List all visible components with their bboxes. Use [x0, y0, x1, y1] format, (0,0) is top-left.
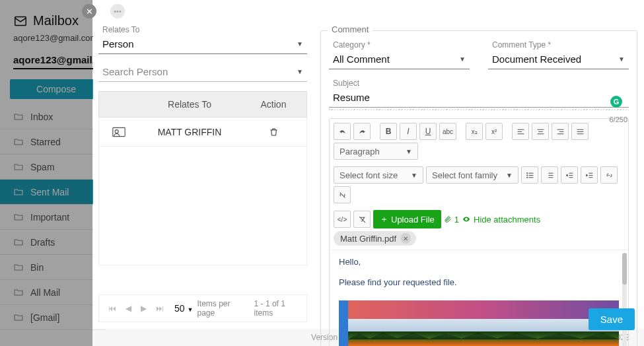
align-center-button[interactable] [532, 123, 549, 140]
grammarly-icon[interactable]: G [610, 96, 622, 108]
comment-pane: Comment Category * All Comment ▼ Comment… [314, 0, 644, 329]
body-line-2: Please find your requested file. [339, 277, 619, 287]
pager-items-label: Items per page [197, 299, 244, 318]
comment-type-label: Comment Type * [492, 40, 629, 50]
sidebar-item-bin[interactable]: Bin [0, 255, 106, 280]
comment-modal: Relates To Person ▼ Search Person ▼ Rela… [93, 0, 644, 329]
folder-icon [13, 162, 24, 172]
table-empty-area [98, 147, 307, 265]
embedded-image[interactable] [339, 300, 619, 346]
pager-range: 1 - 1 of 1 items [254, 299, 300, 318]
editor-toolbar: B I U abc x₂ x² Paragraph▼ Sel [330, 119, 628, 247]
subject-input[interactable]: Resume [329, 89, 629, 108]
image-selection-handle[interactable] [339, 300, 348, 346]
bold-button[interactable]: B [380, 123, 397, 140]
category-label: Category * [333, 40, 470, 50]
superscript-button[interactable]: x² [485, 123, 503, 140]
subscript-button[interactable]: x₂ [466, 123, 483, 140]
comment-legend: Comment [328, 24, 373, 34]
sidebar-item-inbox[interactable]: Inbox [0, 104, 106, 129]
hide-attachments-button[interactable]: Hide attachments [462, 215, 540, 225]
person-card-icon [112, 127, 125, 137]
chevron-down-icon: ▼ [459, 55, 466, 63]
relates-to-pane: Relates To Person ▼ Search Person ▼ Rela… [93, 0, 314, 329]
pager-next[interactable]: ▶ [138, 304, 149, 313]
bullet-list-button[interactable] [521, 166, 538, 184]
pager-last[interactable]: ⏭ [153, 304, 166, 313]
svg-rect-0 [15, 17, 26, 25]
trash-icon [269, 127, 279, 137]
mail-icon [13, 14, 28, 28]
folder-icon [13, 137, 24, 147]
table-pager: ⏮ ◀ ▶ ⏭ 50▼ Items per page 1 - 1 of 1 it… [98, 294, 307, 322]
modal-more-button[interactable]: ••• [110, 4, 125, 18]
sidebar-nav: Inbox Starred Spam Sent Mail Important D… [0, 104, 106, 330]
outdent-button[interactable] [561, 166, 578, 184]
italic-button[interactable]: I [400, 123, 417, 140]
clear-format-button[interactable] [353, 211, 371, 228]
modal-close-button[interactable]: ✕ [82, 4, 96, 18]
chip-remove-button[interactable]: ✕ [400, 233, 411, 244]
indent-button[interactable] [581, 166, 598, 184]
ordered-list-button[interactable] [541, 166, 558, 184]
link-button[interactable] [600, 166, 618, 184]
paperclip-icon [444, 215, 452, 224]
compose-button[interactable]: Compose [10, 79, 102, 99]
folder-icon [13, 262, 24, 273]
relates-to-select[interactable]: Person ▼ [98, 36, 307, 54]
subject-label: Subject [333, 79, 629, 88]
save-button[interactable]: Save [589, 308, 635, 330]
relates-to-label: Relates To [102, 25, 307, 34]
svg-point-5 [526, 177, 527, 178]
sidebar-item-sent-mail[interactable]: Sent Mail [0, 180, 106, 205]
chevron-down-icon: ▼ [297, 68, 303, 75]
selected-account[interactable]: aqore123@gmail.c. [13, 54, 103, 69]
font-family-select[interactable]: Select font family▼ [426, 166, 519, 184]
font-size-select[interactable]: Select font size▼ [334, 166, 423, 184]
align-justify-button[interactable] [571, 123, 589, 140]
sidebar-item-drafts[interactable]: Drafts [0, 230, 106, 255]
sidebar-item-starred[interactable]: Starred [0, 129, 106, 155]
redo-button[interactable] [353, 123, 371, 140]
comment-type-select[interactable]: Document Received ▼ [488, 51, 629, 69]
folder-icon [13, 112, 24, 122]
table-row[interactable]: MATT GRIFFIN [98, 118, 307, 147]
folder-icon [13, 237, 24, 248]
upload-file-button[interactable]: ＋Upload File [373, 210, 441, 228]
category-select[interactable]: All Comment ▼ [329, 51, 470, 69]
account-email-line: aqore123@gmail.com [13, 33, 97, 43]
row-delete-button[interactable] [240, 127, 306, 137]
folder-icon [13, 187, 24, 197]
folder-icon [13, 287, 24, 298]
comment-fieldset: Comment Category * All Comment ▼ Comment… [320, 30, 637, 346]
pager-prev[interactable]: ◀ [123, 304, 134, 313]
align-left-button[interactable] [512, 123, 529, 140]
chevron-down-icon: ▼ [297, 40, 303, 48]
sidebar-item-gmail[interactable]: [Gmail] [0, 305, 106, 330]
search-person-input[interactable]: Search Person ▼ [98, 63, 307, 82]
paragraph-select[interactable]: Paragraph▼ [334, 143, 418, 160]
svg-point-2 [115, 129, 118, 133]
pager-size-select[interactable]: 50▼ [174, 303, 194, 314]
rich-text-editor: B I U abc x₂ x² Paragraph▼ Sel [329, 118, 629, 346]
strike-button[interactable]: abc [439, 123, 456, 140]
editor-scrollbar[interactable] [622, 253, 627, 346]
sidebar-item-important[interactable]: Important [0, 205, 106, 230]
editor-content[interactable]: Hello, Please find your requested file. [330, 250, 628, 346]
folder-icon [13, 312, 24, 323]
eye-icon [462, 215, 471, 223]
undo-button[interactable] [334, 123, 351, 140]
code-view-button[interactable]: </> [334, 211, 351, 228]
pager-first[interactable]: ⏮ [106, 304, 119, 313]
body-line-1: Hello, [339, 257, 619, 267]
underline-button[interactable]: U [419, 123, 437, 140]
attachment-chip[interactable]: Matt Griffin.pdf✕ [334, 231, 416, 246]
attachment-count: 1 [444, 215, 459, 225]
sidebar-item-spam[interactable]: Spam [0, 155, 106, 180]
align-right-button[interactable] [552, 123, 569, 140]
relates-table-header: Relates To Action [98, 91, 307, 118]
sidebar-item-all-mail[interactable]: All Mail [0, 280, 106, 305]
svg-point-3 [526, 172, 527, 173]
unlink-button[interactable] [334, 186, 351, 203]
folder-icon [13, 212, 24, 223]
